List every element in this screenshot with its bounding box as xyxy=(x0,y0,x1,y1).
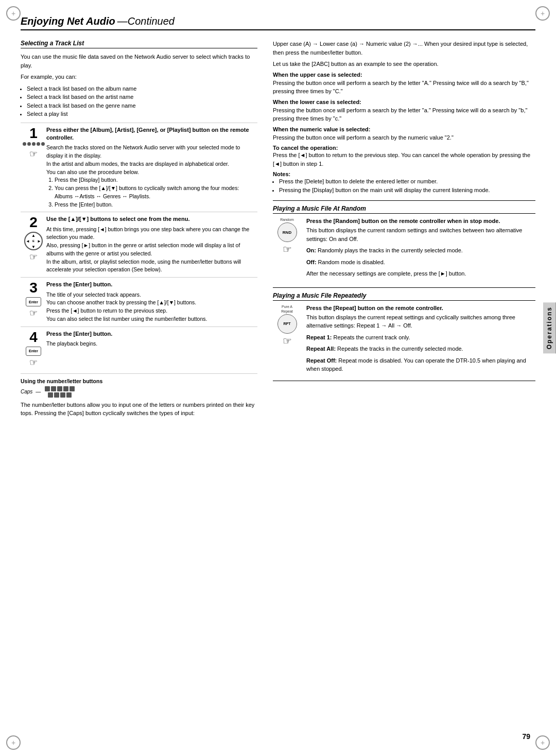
caps-btn xyxy=(66,392,72,398)
when-lower-heading: When the lower case is selected: xyxy=(273,99,535,105)
bullet-list: Select a track list based on the album n… xyxy=(27,84,257,118)
step-4-heading: Press the [Enter] button. xyxy=(46,330,257,338)
when-upper-heading: When the upper case is selected: xyxy=(273,72,535,78)
step-3-content: Press the [Enter] button. The title of y… xyxy=(46,281,257,323)
when-numeric-heading: When the numeric value is selected: xyxy=(273,126,535,132)
corner-mark-bl xyxy=(6,735,21,750)
random-hand-icon: ☞ xyxy=(283,243,292,255)
step-4-body: The playback begins. xyxy=(46,340,257,348)
example-text: Let us take the [2ABC] button as an exam… xyxy=(273,60,535,68)
repeatall-text: Repeats the tracks in the currently sele… xyxy=(337,346,463,352)
step-1-number-col: 1 ☞ xyxy=(21,126,46,209)
step-2-number-col: 2 ▲ ◄ E ► ▼ xyxy=(21,215,46,274)
step-3-number-col: 3 Enter ☞ xyxy=(21,281,46,323)
step-4-enter-icon: Enter xyxy=(26,347,41,356)
page-title-continued: —Continued xyxy=(117,15,175,27)
caps-btn xyxy=(45,386,50,391)
random-btn-round: RND xyxy=(277,222,297,242)
random-icon-col: Random RND ☞ xyxy=(273,218,301,281)
bullet-item-1: Select a track list based on the album n… xyxy=(27,84,257,93)
bottom-divider xyxy=(273,381,535,381)
step-4-hand-icon: ☞ xyxy=(29,357,38,368)
mini-btn-5 xyxy=(41,142,45,146)
page-title-main: Enjoying Net Audio xyxy=(21,15,115,27)
page-number: 79 xyxy=(522,732,530,741)
random-on-label: On: xyxy=(306,247,316,253)
step-2-hand-icon: ☞ xyxy=(29,251,38,263)
bullet-item-3: Select a track list based on the genre n… xyxy=(27,101,257,110)
corner-mark-br xyxy=(535,735,550,750)
step-1-number: 1 xyxy=(29,126,38,141)
left-column: Selecting a Track List You can use the m… xyxy=(21,40,257,421)
intro-text: You can use the music file data saved on… xyxy=(21,53,257,70)
random-content: Press the [Random] button on the remote … xyxy=(306,218,535,281)
caps-section-heading: Using the number/letter buttons xyxy=(21,378,257,384)
step-1-icon-buttons xyxy=(23,142,45,146)
cancel-body: Press the [◄] button to return to the pr… xyxy=(273,151,535,168)
when-numeric-body: Pressing the button once will perform a … xyxy=(273,133,535,142)
step-2-number: 2 xyxy=(29,215,38,230)
repeat-divider xyxy=(273,287,535,288)
caps-btn xyxy=(63,386,68,391)
random-on-text: Randomly plays the tracks in the current… xyxy=(318,247,463,253)
when-upper-body: Pressing the button once will perform a … xyxy=(273,79,535,96)
repeatall-label: Repeat All: xyxy=(306,346,336,352)
mini-btn-4 xyxy=(37,142,40,146)
caps-word: Caps xyxy=(21,389,32,394)
repeat-btn-round: RPT xyxy=(277,314,297,334)
step-4-content: Press the [Enter] button. The playback b… xyxy=(46,330,257,368)
step-4-number: 4 xyxy=(29,330,38,345)
step-3-heading: Press the [Enter] button. xyxy=(46,281,257,288)
step-2-content: Use the [▲]/[▼] buttons to select one fr… xyxy=(46,215,257,274)
repeat-content: Press the [Repeat] button on the remote … xyxy=(306,305,535,376)
random-btn-icon: Random RND ☞ xyxy=(277,218,297,255)
caps-btn xyxy=(60,392,65,398)
note-item-1: Press the [Delete] button to delete the … xyxy=(279,177,535,186)
repeat-section: Playing a Music File Repeatedly Pure A R… xyxy=(273,287,535,381)
repeat-playing-block: Pure A Repeat RPT ☞ Press the [Repeat] b… xyxy=(273,305,535,376)
repeat-btn-icon: Pure A Repeat RPT ☞ xyxy=(277,305,297,347)
step-4-number-col: 4 Enter ☞ xyxy=(21,330,46,368)
example-label: For example, you can: xyxy=(21,73,257,81)
step-2-nav-icon: ▲ ◄ E ► ▼ xyxy=(24,232,43,250)
mini-btn-2 xyxy=(27,142,31,146)
repeat-icon-col: Pure A Repeat RPT ☞ xyxy=(273,305,301,376)
repeatoff-text: Repeat mode is disabled. You can operate… xyxy=(306,357,526,372)
caps-btn xyxy=(54,392,59,398)
random-section: Playing a Music File At Random Random RN… xyxy=(273,200,535,281)
step-1-body: Search the tracks stored on the Network … xyxy=(46,144,257,209)
step-1-block: 1 ☞ Press either the [Album], [Artist], … xyxy=(21,123,257,209)
step-2-heading: Use the [▲]/[▼] buttons to select one fr… xyxy=(46,215,257,223)
caps-buttons-grid xyxy=(45,386,75,398)
random-after-text: After the necessary settings are complet… xyxy=(306,269,535,278)
repeat-section-heading: Playing a Music File Repeatedly xyxy=(273,292,535,301)
notes-list: Press the [Delete] button to delete the … xyxy=(279,177,535,194)
random-off-label: Off: xyxy=(306,259,317,265)
content-columns: Selecting a Track List You can use the m… xyxy=(21,40,535,421)
repeat1-label: Repeat 1: xyxy=(306,334,332,340)
right-column: Upper case (A) → Lower case (a) → Numeri… xyxy=(273,40,535,421)
step-4-block: 4 Enter ☞ Press the [Enter] button. The … xyxy=(21,327,257,368)
cancel-heading: To cancel the operation: xyxy=(273,145,535,151)
mini-btn-1 xyxy=(23,142,26,146)
random-step-heading: Press the [Random] button on the remote … xyxy=(306,218,535,224)
random-off-text: Random mode is disabled. xyxy=(318,259,385,265)
caps-btn xyxy=(48,392,53,398)
step-2-block: 2 ▲ ◄ E ► ▼ xyxy=(21,212,257,274)
step-3-number: 3 xyxy=(29,281,38,295)
page-header: Enjoying Net Audio —Continued xyxy=(21,15,535,30)
caps-section: Using the number/letter buttons Caps — xyxy=(21,373,257,418)
random-section-heading: Playing a Music File At Random xyxy=(273,205,535,214)
repeat-hand-icon: ☞ xyxy=(283,335,292,347)
step-3-block: 3 Enter ☞ Press the [Enter] button. The … xyxy=(21,277,257,323)
step-1-hand-icon: ☞ xyxy=(29,148,38,160)
caps-btn xyxy=(51,386,56,391)
step-1-content: Press either the [Album], [Artist], [Gen… xyxy=(46,126,257,209)
corner-mark-tr xyxy=(535,6,550,21)
step-3-body: The title of your selected track appears… xyxy=(46,291,257,323)
caps-body-text: The number/letter buttons allow you to i… xyxy=(21,401,257,418)
section-heading-track-list: Selecting a Track List xyxy=(21,40,257,48)
bullet-item-2: Select a track list based on the artist … xyxy=(27,93,257,101)
step-3-enter-icon: Enter xyxy=(26,297,41,306)
caps-btn xyxy=(70,386,75,391)
